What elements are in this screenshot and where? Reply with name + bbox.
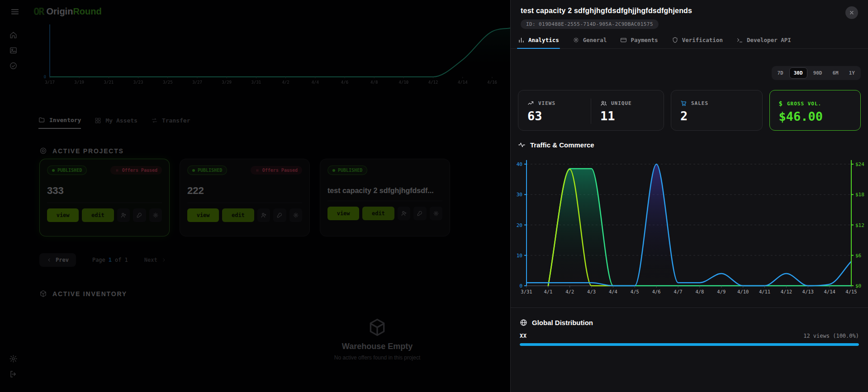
svg-text:4/2: 4/2 [565, 289, 574, 294]
svg-text:4/12: 4/12 [781, 289, 792, 294]
range-1y-button[interactable]: 1Y [844, 67, 859, 79]
pause-icon [115, 168, 119, 173]
unique-value: 11 [600, 109, 655, 123]
globe-icon [520, 319, 527, 326]
active-projects-heading: ACTIVE PROJECTS [39, 147, 124, 155]
stats-cards: VIEWS 63 UNIQUE 11 SALES 2 $GROSS VOL. [518, 90, 861, 131]
time-range-selector: 7D 30D 90D 6M 1Y [518, 66, 861, 80]
range-30d-button[interactable]: 30D [789, 67, 807, 79]
tab-general[interactable]: General [572, 37, 608, 48]
svg-text:4/3: 4/3 [587, 289, 596, 294]
app-logo[interactable]: OR Origin Round [33, 6, 102, 17]
settings-icon[interactable] [9, 354, 18, 363]
stat-card-sales: SALES 2 [671, 90, 763, 131]
page-title: test capacity 2 sdfghjhgfdsdfghjjhgfdsdf… [521, 7, 858, 15]
background-activity-chart: 03/173/193/213/233/253/273/293/314/24/44… [40, 22, 511, 87]
dot-icon [332, 169, 335, 172]
activity-icon [518, 141, 526, 149]
view-button[interactable]: view [327, 207, 359, 220]
project-title: test capacity 2 sdfghjhgfdsdf... [327, 187, 442, 195]
terminal-icon [736, 37, 743, 43]
svg-text:4/15: 4/15 [845, 289, 857, 294]
dot-icon [52, 169, 55, 172]
next-page-button[interactable]: Next [144, 257, 166, 263]
svg-text:4/12: 4/12 [428, 80, 438, 85]
svg-text:3/31: 3/31 [251, 80, 261, 85]
view-button[interactable]: view [47, 208, 79, 222]
edit-button[interactable]: edit [222, 208, 254, 222]
close-icon [849, 10, 854, 15]
gear-button[interactable] [289, 208, 302, 222]
cube-icon [367, 317, 387, 337]
user-plus-icon [261, 212, 267, 218]
svg-text:4/14: 4/14 [458, 80, 468, 85]
close-button[interactable] [845, 6, 858, 19]
svg-text:4/10: 4/10 [399, 80, 409, 85]
svg-text:0: 0 [44, 75, 46, 79]
dimmed-background-app: OR Origin Round 03/173/193/213/233/253/2… [0, 0, 511, 392]
gear-button[interactable] [149, 208, 162, 222]
tab-verification[interactable]: Verification [671, 37, 724, 48]
offers-paused-badge: Offers Paused [251, 166, 302, 175]
tab-analytics[interactable]: Analytics [517, 37, 560, 48]
wrench-button[interactable] [133, 208, 146, 222]
svg-text:4/4: 4/4 [609, 289, 617, 294]
svg-text:3/31: 3/31 [521, 289, 532, 294]
menu-icon[interactable] [10, 7, 20, 17]
svg-text:4/16: 4/16 [487, 80, 497, 85]
stat-unique: UNIQUE 11 [591, 100, 664, 130]
gross-vol-value: $46.00 [779, 109, 852, 123]
global-distribution-heading: Global Distribution [520, 319, 859, 326]
svg-text:4/8: 4/8 [695, 289, 704, 294]
dollar-icon: $ [779, 100, 783, 107]
project-card-333[interactable]: PUBLISHED Offers Paused 333 view edit [39, 159, 170, 236]
tab-transfer[interactable]: Transfer [151, 117, 190, 129]
traffic-commerce-chart: 010203040$0$6$12$18$243/314/14/24/34/44/… [518, 155, 861, 296]
wrench-icon [136, 212, 142, 218]
gear-icon [293, 212, 299, 218]
logout-icon[interactable] [9, 370, 18, 378]
tab-payments[interactable]: Payments [619, 37, 659, 48]
svg-text:$12: $12 [855, 222, 864, 228]
svg-text:4/6: 4/6 [652, 289, 661, 294]
gear-button[interactable] [430, 207, 442, 220]
user-plus-button[interactable] [257, 208, 270, 222]
page-indicator: Page1of1 [92, 257, 128, 263]
tab-inventory[interactable]: Inventory [38, 117, 81, 129]
edit-button[interactable]: edit [362, 207, 394, 220]
region-stat: 12 views (100.0%) [803, 333, 859, 339]
user-plus-button[interactable] [398, 207, 410, 220]
tab-developer-api[interactable]: Developer API [735, 37, 792, 48]
verified-circle-icon[interactable] [9, 61, 18, 70]
project-title: 222 [187, 185, 302, 197]
project-card-test-capacity[interactable]: PUBLISHED test capacity 2 sdfghjhgfdsdf.… [320, 159, 450, 236]
main-nav-tabs: Inventory My Assets Transfer [38, 117, 190, 129]
pagination: Prev Page1of1 Next [39, 253, 166, 267]
svg-text:3/23: 3/23 [133, 80, 143, 85]
range-7d-button[interactable]: 7D [773, 67, 788, 79]
gallery-icon[interactable] [9, 46, 18, 55]
project-card-222[interactable]: PUBLISHED Offers Paused 222 view edit [180, 159, 310, 236]
edit-button[interactable]: edit [82, 208, 114, 222]
range-6m-button[interactable]: 6M [828, 67, 843, 79]
section-divider [511, 307, 868, 308]
wrench-button[interactable] [413, 207, 426, 220]
status-badge: PUBLISHED [47, 165, 87, 175]
credit-card-icon [620, 37, 627, 43]
wrench-button[interactable] [273, 208, 286, 222]
view-button[interactable]: view [187, 208, 219, 222]
cart-icon [680, 100, 687, 107]
svg-text:3/17: 3/17 [45, 80, 55, 85]
folder-icon [38, 117, 45, 123]
range-90d-button[interactable]: 90D [809, 67, 827, 79]
gear-icon [573, 37, 579, 43]
gear-icon [152, 212, 159, 218]
user-plus-button[interactable] [117, 208, 130, 222]
home-icon[interactable] [9, 31, 18, 39]
svg-text:$24: $24 [855, 161, 864, 167]
logo-round: Round [73, 6, 101, 17]
prev-page-button[interactable]: Prev [39, 253, 76, 267]
tab-my-assets[interactable]: My Assets [95, 117, 137, 129]
svg-text:30: 30 [517, 192, 522, 198]
region-label: XX [520, 333, 526, 339]
